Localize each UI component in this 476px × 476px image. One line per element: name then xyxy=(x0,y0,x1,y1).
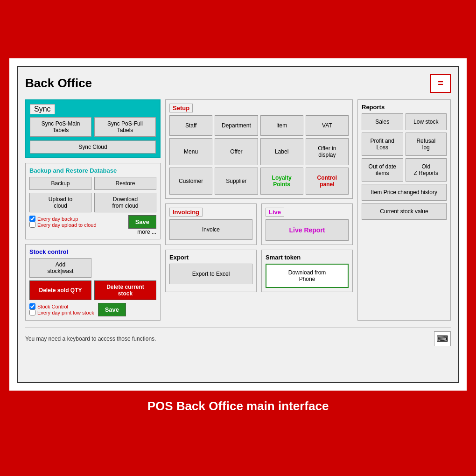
offer-button[interactable]: Offer xyxy=(215,138,258,165)
label-button[interactable]: Label xyxy=(260,138,303,165)
loyalty-points-button[interactable]: LoyaltyPoints xyxy=(260,168,303,195)
customer-button[interactable]: Customer xyxy=(169,168,212,195)
download-cloud-button[interactable]: Download from cloud xyxy=(94,193,156,212)
delete-current-stock-button[interactable]: Delete current stock xyxy=(94,280,156,300)
app-header: Back Office = xyxy=(25,74,451,93)
refusal-log-button[interactable]: Refusal log xyxy=(406,133,447,156)
sync-pos-main-button[interactable]: Sync PoS-Main Tabels xyxy=(30,117,91,137)
upload-cloud-button[interactable]: Upload to cloud xyxy=(29,193,91,212)
live-report-button[interactable]: Live Report xyxy=(266,219,349,241)
department-button[interactable]: Department xyxy=(215,115,258,136)
invoice-live-row: Invoicing Invoice Live Live Report xyxy=(165,203,353,245)
backup-button[interactable]: Backup xyxy=(29,177,91,190)
bottom-caption: POS Back Office main interface xyxy=(9,391,467,418)
footer-text: You may need a keyboard to access those … xyxy=(25,336,156,342)
delete-sold-qty-button[interactable]: Delete sold QTY xyxy=(29,280,91,300)
setup-title: Setup xyxy=(169,104,193,112)
old-z-reports-button[interactable]: Old Z Reports xyxy=(406,158,447,182)
backup-grid: Backup Restore Upload to cloud Download … xyxy=(29,177,156,212)
restore-button[interactable]: Restore xyxy=(94,177,156,190)
backup-save-button[interactable]: Save xyxy=(128,215,156,229)
export-token-row: Export Export to Excel Smart token Downl… xyxy=(165,250,353,292)
reports-section: Reports Sales Low stock Profit and Loss … xyxy=(357,99,451,321)
stock-grid: Add stock|wast Delete sold QTY Delete cu… xyxy=(29,258,156,300)
print-low-stock-label[interactable]: Every day print low stock xyxy=(29,309,94,315)
stock-control-title: Stock control xyxy=(29,248,156,255)
stock-control-section: Stock control Add stock|wast Delete sold… xyxy=(25,244,161,321)
stock-control-checkbox[interactable] xyxy=(29,303,35,309)
add-stock-button[interactable]: Add stock|wast xyxy=(29,258,91,278)
download-phone-button[interactable]: Download from Phone xyxy=(266,264,349,288)
sync-label: Sync xyxy=(30,104,55,114)
setup-grid: Staff Department Item VAT Menu Offer Lab… xyxy=(169,115,349,195)
left-column: Sync Sync PoS-Main Tabels Sync PoS-Full … xyxy=(25,99,161,321)
everyday-backup-label[interactable]: Every day backup xyxy=(29,216,126,222)
sync-cloud-button[interactable]: Sync Cloud xyxy=(30,140,156,154)
backup-checkboxes: Every day backup Every day upload to clo… xyxy=(29,216,126,228)
invoicing-title: Invoicing xyxy=(169,208,203,217)
low-stock-report-button[interactable]: Low stock xyxy=(406,113,447,130)
backup-section: Backup and Restore Database Backup Resto… xyxy=(25,163,161,239)
everyday-upload-checkbox[interactable] xyxy=(29,222,35,228)
item-button[interactable]: Item xyxy=(260,115,303,136)
reports-grid: Sales Low stock Profit and Loss Refusal … xyxy=(362,113,447,201)
stock-options-row: Stock Control Every day print low stock … xyxy=(29,303,156,316)
sync-pos-full-button[interactable]: Sync PoS-Full Tabels xyxy=(94,117,156,137)
smart-token-title: Smart token xyxy=(266,254,349,261)
sales-report-button[interactable]: Sales xyxy=(362,113,403,130)
live-title: Live xyxy=(266,208,284,217)
keyboard-icon: ⌨ xyxy=(434,331,451,346)
live-section: Live Live Report xyxy=(261,203,353,245)
export-section: Export Export to Excel xyxy=(165,250,257,292)
invoicing-section: Invoicing Invoice xyxy=(165,203,257,245)
supplier-button[interactable]: Supplier xyxy=(215,168,258,195)
print-low-stock-checkbox[interactable] xyxy=(29,309,35,315)
smart-token-section: Smart token Download from Phone xyxy=(261,250,353,292)
menu-button[interactable]: = xyxy=(430,74,451,93)
out-of-date-button[interactable]: Out of date items xyxy=(362,158,403,182)
stock-control-label[interactable]: Stock Control xyxy=(29,303,94,309)
item-price-history-button[interactable]: Item Price changed history xyxy=(362,184,447,201)
invoice-button[interactable]: Invoice xyxy=(169,219,252,240)
offer-in-display-button[interactable]: Offer indisplay xyxy=(306,138,349,165)
vat-button[interactable]: VAT xyxy=(306,115,349,136)
middle-column: Setup Staff Department Item VAT Menu Off… xyxy=(165,99,353,321)
sync-buttons-row: Sync PoS-Main Tabels Sync PoS-Full Tabel… xyxy=(30,117,156,137)
control-panel-button[interactable]: Controlpanel xyxy=(306,168,349,195)
app-title: Back Office xyxy=(25,76,92,91)
setup-section: Setup Staff Department Item VAT Menu Off… xyxy=(165,99,353,199)
staff-button[interactable]: Staff xyxy=(169,115,212,136)
stock-save-button[interactable]: Save xyxy=(98,303,126,316)
export-excel-button[interactable]: Export to Excel xyxy=(169,264,252,284)
more-link[interactable]: more ... xyxy=(29,229,156,235)
stock-checkboxes: Stock Control Every day print low stock xyxy=(29,303,94,315)
current-stock-value-button[interactable]: Current stock value xyxy=(362,203,447,220)
profit-loss-button[interactable]: Profit and Loss xyxy=(362,133,403,156)
sync-section: Sync Sync PoS-Main Tabels Sync PoS-Full … xyxy=(25,99,161,158)
everyday-upload-label[interactable]: Every day upload to cloud xyxy=(29,222,126,228)
menu-button-setup[interactable]: Menu xyxy=(169,138,212,165)
backup-title: Backup and Restore Database xyxy=(29,167,156,174)
footer-bar: You may need a keyboard to access those … xyxy=(25,327,451,346)
export-title: Export xyxy=(169,254,252,261)
everyday-backup-checkbox[interactable] xyxy=(29,216,35,222)
reports-title: Reports xyxy=(362,104,447,111)
backup-options-row: Every day backup Every day upload to clo… xyxy=(29,215,156,229)
